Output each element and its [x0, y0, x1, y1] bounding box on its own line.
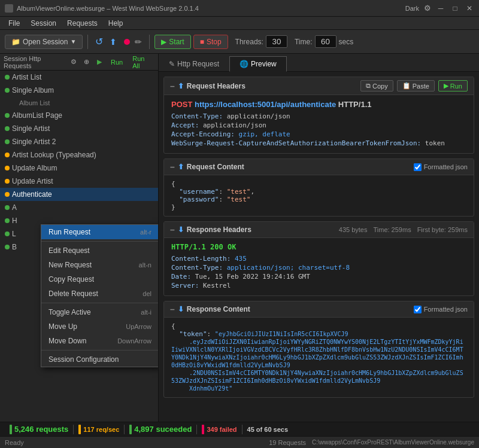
menu-file[interactable]: File [4, 18, 25, 29]
paste-button[interactable]: 📋 Paste [397, 80, 435, 92]
stop-button[interactable]: ■ Stop [193, 35, 228, 49]
tab-http-request[interactable]: ✎ Http Request [159, 56, 229, 72]
response-json: { "token": "eyJhbGciOiJIUzI1NiIsInR5cCI6… [171, 322, 466, 392]
sidebar-item-label: AlbumList Page [12, 111, 153, 120]
ctx-run-request[interactable]: Run Request alt-r [41, 225, 159, 239]
close-button[interactable]: ✕ [465, 4, 474, 13]
ctx-copy-request[interactable]: Copy Request [41, 272, 159, 287]
response-headers-section: – ⬇ Response Headers 435 bytes Time: 259… [163, 221, 474, 296]
tab-preview[interactable]: 🌐 Preview [229, 56, 287, 72]
bottom-bar: Ready 19 Requests C:\wwapps\Conf\FoxProR… [0, 436, 479, 448]
sidebar-item-artist-lookup[interactable]: Artist Lookup (Typeahead) [0, 148, 158, 161]
status-dot [5, 126, 10, 131]
collapse-icon[interactable]: – [170, 81, 175, 91]
maximize-button[interactable]: □ [450, 4, 460, 13]
formatted-checkbox[interactable] [414, 163, 422, 171]
ctx-session-config[interactable]: Session Configuration [41, 352, 159, 367]
threads-input[interactable] [266, 35, 287, 48]
time-label: Time: [295, 38, 313, 46]
response-headers-header: – ⬇ Response Headers 435 bytes Time: 259… [164, 222, 474, 238]
ctx-move-down-shortcut: DownArrow [117, 337, 151, 345]
ctx-toggle-active[interactable]: Toggle Active alt-i [41, 305, 159, 319]
http-version: HTTP/1.1 [338, 100, 372, 109]
status-dot [5, 231, 10, 236]
sidebar-add-icon[interactable]: ⊕ [81, 56, 92, 68]
start-button[interactable]: ▶ Start [154, 35, 190, 49]
collapse-icon[interactable]: – [170, 162, 175, 172]
copy-button[interactable]: ⧉ Copy [360, 80, 393, 92]
response-meta: 435 bytes Time: 259ms First byte: 259ms [339, 226, 468, 233]
time-remaining: 45 of 60 secs [247, 426, 289, 433]
status-dot [5, 139, 10, 144]
first-byte-label: First byte: 259ms [417, 226, 468, 233]
formatted-json-check[interactable]: Formatted json [414, 163, 468, 171]
collapse-icon[interactable]: – [170, 225, 175, 234]
sidebar-item-label: Album List [19, 99, 153, 106]
status-dot [5, 205, 10, 210]
ctx-move-down[interactable]: Move Down DownArrow [41, 334, 159, 348]
sidebar-item-a[interactable]: A [0, 201, 158, 214]
requests-count: 5,246 requests [14, 425, 68, 434]
menu-help[interactable]: Help [104, 18, 128, 29]
run-button[interactable]: ▶ Run [438, 80, 468, 92]
resp-formatted-json-check[interactable]: Formatted json [414, 306, 468, 313]
header-accept-encoding: Accept-Encoding: gzip, deflate [171, 130, 466, 138]
header-content-type: Content-Type: application/json [171, 112, 466, 120]
run-all-label[interactable]: Run All [129, 54, 154, 71]
resp-formatted-checkbox[interactable] [414, 306, 422, 313]
stop-icon: ■ [200, 38, 204, 46]
run-label[interactable]: Run [107, 57, 126, 67]
resp-header-length: Content-Length: 435 [171, 255, 466, 263]
req-per-sec-segment: 117 req/sec [74, 422, 124, 436]
copy-icon: ⧉ [366, 82, 371, 90]
menu-session[interactable]: Session [26, 18, 61, 29]
main-area: Session Http Requests ⚙ ⊕ ▶ Run Run All … [0, 54, 479, 422]
ctx-delete-request[interactable]: Delete Request del [41, 287, 159, 301]
sidebar-item-single-album[interactable]: Single Album [0, 84, 158, 97]
resp-header-content-type: Content-Type: application/json; charset=… [171, 264, 466, 272]
context-menu: Run Request alt-r Edit Request New Reque… [41, 224, 159, 367]
token-key: "token" [179, 330, 207, 338]
sidebar-item-update-artist[interactable]: Update Artist [0, 175, 158, 188]
ctx-edit-request[interactable]: Edit Request [41, 243, 159, 258]
minimize-button[interactable]: ─ [436, 4, 445, 13]
collapse-icon[interactable]: – [170, 304, 175, 314]
edit-button[interactable]: ✏ [132, 36, 144, 48]
url-line: POST https://localhost:5001/api/authenti… [171, 100, 466, 109]
ctx-new-request[interactable]: New Request alt-n [41, 258, 159, 272]
sidebar-item-update-album[interactable]: Update Album [0, 161, 158, 175]
ctx-toggle-label: Toggle Active [48, 308, 91, 316]
sidebar-title: Session Http Requests [4, 55, 66, 69]
sidebar-item-single-artist[interactable]: Single Artist [0, 122, 158, 135]
sidebar-item-label: Authenticate [12, 190, 153, 199]
ctx-move-up-shortcut: UpArrow [126, 323, 151, 330]
sidebar-item-authenticate[interactable]: Authenticate [0, 188, 158, 201]
sidebar-item-albumlist-page[interactable]: AlbumList Page [0, 109, 158, 122]
sidebar-play-icon[interactable]: ▶ [94, 56, 105, 68]
sidebar-item-artist-list[interactable]: Artist List [0, 71, 158, 84]
ctx-move-up[interactable]: Move Up UpArrow [41, 319, 159, 334]
ctx-run-label: Run Request [48, 228, 90, 236]
req-per-sec: 117 req/sec [83, 426, 119, 433]
sidebar-item-single-artist-2[interactable]: Single Artist 2 [0, 135, 158, 148]
response-content-body: { "token": "eyJhbGciOiJIUzI1NiIsInR5cCI6… [164, 318, 474, 397]
settings-icon[interactable]: ⚙ [424, 4, 431, 13]
sidebar-item-label: Artist List [12, 73, 153, 81]
time-input[interactable] [315, 35, 336, 48]
request-panel: – ⬆ Request Headers ⧉ Copy 📋 Paste [159, 72, 479, 422]
section-title-text: Request Content [187, 163, 244, 171]
succeeded-bar [129, 425, 132, 434]
refresh-button[interactable]: ↺ [93, 36, 105, 48]
status-dot [5, 218, 10, 223]
theme-selector[interactable]: Dark [405, 5, 419, 12]
sidebar-item-label: Update Artist [12, 177, 153, 185]
upload-button[interactable]: ⬆ [107, 36, 119, 48]
menu-requests[interactable]: Requests [62, 18, 102, 29]
sidebar-item-album-list[interactable]: Album List [0, 97, 158, 109]
request-content-section: – ⬆ Request Content Formatted json { "us… [163, 159, 474, 217]
sidebar-settings-icon[interactable]: ⚙ [68, 56, 79, 68]
time-label: Time: 259ms [373, 226, 411, 233]
open-session-button[interactable]: 📁 Open Session ▼ [5, 35, 83, 49]
sidebar-item-label: Single Album [12, 86, 153, 95]
ctx-move-up-label: Move Up [48, 322, 77, 331]
